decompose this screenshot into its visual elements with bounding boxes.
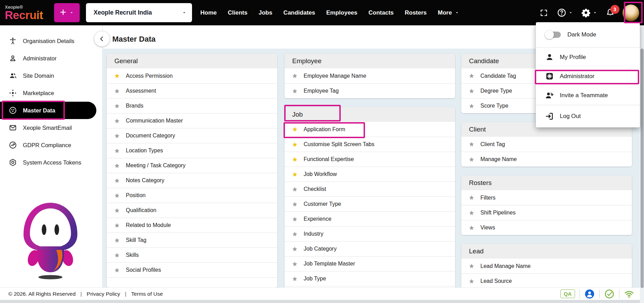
master-data-item-employee-manage-name[interactable]: Employee Manage Name bbox=[285, 68, 455, 83]
master-data-item-social-profiles[interactable]: Social Profiles bbox=[107, 262, 277, 277]
star-icon[interactable] bbox=[292, 231, 298, 237]
star-icon[interactable] bbox=[469, 73, 475, 79]
sidebar-item-marketplace[interactable]: Marketplace bbox=[0, 84, 102, 102]
sidebar-item-system-access-tokens[interactable]: System Access Tokens bbox=[0, 154, 102, 171]
master-data-item-job-type[interactable]: Job Type bbox=[285, 271, 455, 286]
star-icon[interactable] bbox=[292, 157, 298, 162]
sidebar-item-administrator[interactable]: Administrator bbox=[0, 50, 102, 67]
master-data-item-qualification[interactable]: Qualification bbox=[107, 203, 277, 218]
star-icon[interactable] bbox=[114, 133, 120, 139]
star-icon[interactable] bbox=[114, 252, 120, 258]
master-data-item-manage-name[interactable]: Manage Name bbox=[461, 152, 632, 167]
nav-item-employees[interactable]: Employees bbox=[321, 0, 363, 25]
nav-item-clients[interactable]: Clients bbox=[222, 0, 253, 25]
nav-item-contacts[interactable]: Contacts bbox=[363, 0, 399, 25]
organisation-select[interactable]: Xeople Recruit India bbox=[86, 3, 192, 22]
master-data-item-employee-tag[interactable]: Employee Tag bbox=[285, 83, 455, 98]
master-data-item-functional-expertise[interactable]: Functional Expertise bbox=[285, 152, 455, 167]
star-icon[interactable] bbox=[114, 193, 120, 199]
star-icon[interactable] bbox=[292, 186, 298, 192]
sidebar-item-gdpr-compliance[interactable]: GDPR Compliance bbox=[0, 136, 102, 154]
star-icon[interactable] bbox=[114, 267, 120, 273]
privacy-policy-link[interactable]: Privacy Policy bbox=[87, 291, 120, 297]
check-circle-icon[interactable] bbox=[604, 289, 615, 299]
master-data-item-customer-type[interactable]: Customer Type bbox=[285, 196, 455, 211]
star-icon[interactable] bbox=[469, 225, 475, 231]
master-data-item-checklist[interactable]: Checklist bbox=[285, 182, 455, 196]
master-data-item-notes-category[interactable]: Notes Category bbox=[107, 173, 277, 188]
star-icon[interactable] bbox=[292, 201, 298, 207]
sidebar-item-master-data[interactable]: Master Data bbox=[0, 102, 96, 119]
scrollbar-thumb[interactable] bbox=[641, 49, 644, 288]
star-icon[interactable] bbox=[114, 103, 120, 109]
help-icon[interactable] bbox=[557, 8, 566, 17]
master-data-item-related-to-module[interactable]: Related to Module bbox=[107, 218, 277, 233]
star-icon[interactable] bbox=[114, 73, 120, 79]
sidebar-item-organisation-details[interactable]: Organisation Details bbox=[0, 32, 102, 50]
star-icon[interactable] bbox=[114, 237, 120, 243]
chevron-down-icon[interactable] bbox=[568, 10, 573, 15]
star-icon[interactable] bbox=[469, 103, 475, 109]
master-data-item-meeting-task-category[interactable]: Meeting / Task Category bbox=[107, 158, 277, 173]
nav-item-more[interactable]: More bbox=[432, 0, 465, 25]
master-data-item-access-permission[interactable]: Access Permission bbox=[107, 68, 277, 83]
star-icon[interactable] bbox=[114, 88, 120, 94]
nav-item-rosters[interactable]: Rosters bbox=[399, 0, 432, 25]
master-data-item-job-template-master[interactable]: Job Template Master bbox=[285, 256, 455, 271]
app-logo[interactable]: Xeople® Recruit bbox=[5, 5, 53, 21]
master-data-item-document-category[interactable]: Document Category bbox=[107, 128, 277, 143]
qa-badge[interactable]: QA bbox=[560, 289, 575, 298]
star-icon[interactable] bbox=[292, 261, 298, 267]
master-data-item-location-types[interactable]: Location Types bbox=[107, 143, 277, 158]
master-data-item-views[interactable]: Views bbox=[461, 220, 632, 235]
star-icon[interactable] bbox=[292, 88, 298, 94]
star-icon[interactable] bbox=[292, 126, 298, 132]
master-data-item-filters[interactable]: Filters bbox=[461, 190, 632, 205]
master-data-item-brands[interactable]: Brands bbox=[107, 98, 277, 113]
star-icon[interactable] bbox=[114, 148, 120, 154]
master-data-item-experience[interactable]: Experience bbox=[285, 211, 455, 226]
star-icon[interactable] bbox=[292, 276, 298, 282]
star-icon[interactable] bbox=[114, 178, 120, 184]
star-icon[interactable] bbox=[469, 157, 475, 162]
nav-item-candidates[interactable]: Candidates bbox=[278, 0, 321, 25]
master-data-item-customise-split-screen-tabs[interactable]: Customise Split Screen Tabs bbox=[285, 137, 455, 152]
master-data-item-assessment[interactable]: Assessment bbox=[107, 83, 277, 98]
star-icon[interactable] bbox=[469, 195, 475, 201]
star-icon[interactable] bbox=[114, 208, 120, 213]
notifications-button[interactable]: 3 bbox=[606, 8, 615, 17]
master-data-item-position[interactable]: Position bbox=[107, 188, 277, 203]
master-data-item-skill-tag[interactable]: Skill Tag bbox=[107, 233, 277, 247]
master-data-item-lead-source[interactable]: Lead Source bbox=[461, 273, 632, 287]
star-icon[interactable] bbox=[114, 163, 120, 169]
star-icon[interactable] bbox=[292, 216, 298, 222]
master-data-item-lead-manage-name[interactable]: Lead Manage Name bbox=[461, 259, 632, 273]
user-avatar[interactable] bbox=[623, 5, 639, 21]
nav-item-home[interactable]: Home bbox=[195, 0, 222, 25]
back-button[interactable] bbox=[94, 31, 110, 47]
sidebar-item-xeople-smartemail[interactable]: Xeople SmartEmail bbox=[0, 119, 102, 136]
star-icon[interactable] bbox=[469, 88, 475, 94]
star-icon[interactable] bbox=[292, 142, 298, 148]
star-icon[interactable] bbox=[114, 118, 120, 124]
master-data-item-shift-pipelines[interactable]: Shift Pipelines bbox=[461, 205, 632, 220]
scrollbar[interactable] bbox=[640, 25, 644, 303]
menu-item-invite-teammate[interactable]: Invite a Teammate bbox=[536, 86, 640, 105]
master-data-item-job-category[interactable]: Job Category bbox=[285, 241, 455, 256]
star-icon[interactable] bbox=[469, 278, 475, 284]
star-icon[interactable] bbox=[292, 246, 298, 252]
master-data-item-communication-master[interactable]: Communication Master bbox=[107, 113, 277, 128]
sidebar-item-site-domain[interactable]: Site Domain bbox=[0, 67, 102, 84]
menu-item-administrator[interactable]: Administrator bbox=[536, 67, 640, 86]
add-button[interactable]: + bbox=[54, 3, 80, 22]
master-data-item-client-tag[interactable]: Client Tag bbox=[461, 137, 632, 152]
user-status-icon[interactable] bbox=[584, 289, 595, 299]
dark-mode-toggle[interactable] bbox=[545, 30, 561, 39]
gear-icon[interactable] bbox=[581, 8, 591, 17]
star-icon[interactable] bbox=[292, 73, 298, 79]
terms-of-use-link[interactable]: Terms of Use bbox=[131, 291, 163, 297]
master-data-item-job-workflow[interactable]: Job Workflow bbox=[285, 167, 455, 182]
star-icon[interactable] bbox=[469, 263, 475, 269]
master-data-item-application-form[interactable]: Application Form bbox=[285, 122, 455, 137]
wifi-icon[interactable] bbox=[624, 289, 634, 299]
